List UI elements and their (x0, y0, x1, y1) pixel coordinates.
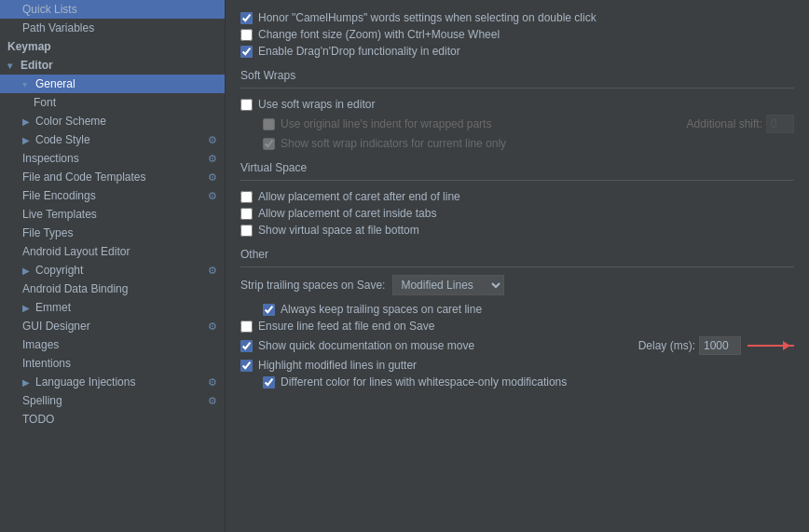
checkbox-row-use-soft-wraps: Use soft wraps in editor (240, 96, 794, 113)
original-indent-label: Use original line's indent for wrapped p… (281, 117, 491, 130)
sidebar-label: Emmet (35, 301, 71, 314)
sidebar-item-images[interactable]: Images (0, 335, 225, 354)
chevron-right-icon: ▶ (22, 303, 32, 313)
sidebar-label: File Types (22, 226, 73, 239)
chevron-down-icon: ▾ (7, 61, 17, 71)
honor-camel-checkbox[interactable] (240, 12, 253, 24)
enable-drag-label: Enable Drag'n'Drop functionality in edit… (258, 45, 460, 58)
sidebar-item-gui-designer[interactable]: GUI Designer ⚙ (0, 317, 225, 335)
sidebar-item-file-types[interactable]: File Types (0, 224, 225, 242)
sidebar-item-quick-lists[interactable]: Quick Lists (0, 0, 225, 19)
sidebar-item-font[interactable]: Font (0, 93, 225, 112)
checkbox-row-change-font: Change font size (Zoom) with Ctrl+Mouse … (240, 26, 794, 43)
honor-camel-label: Honor "CamelHumps" words settings when s… (258, 11, 596, 24)
sidebar-label: General (35, 77, 75, 90)
other-section: Other Strip trailing spaces on Save: Non… (240, 248, 794, 390)
checkbox-row-allow-caret-end: Allow placement of caret after end of li… (240, 188, 794, 205)
enable-drag-checkbox[interactable] (240, 46, 253, 58)
sidebar-item-general[interactable]: ▾ General (0, 75, 225, 93)
sidebar-item-file-encodings[interactable]: File Encodings ⚙ (0, 186, 225, 205)
sidebar-item-todo[interactable]: TODO (0, 410, 225, 429)
sidebar-item-intentions[interactable]: Intentions (0, 354, 225, 373)
keep-trailing-label: Always keep trailing spaces on caret lin… (281, 303, 482, 316)
sidebar-label: Editor (21, 59, 53, 72)
keep-trailing-checkbox[interactable] (263, 304, 275, 316)
sidebar-label: Quick Lists (22, 3, 77, 16)
sidebar-label: Language Injections (35, 375, 135, 389)
sidebar-label: Font (34, 96, 56, 109)
sidebar-item-inspections[interactable]: Inspections ⚙ (0, 149, 225, 168)
sidebar-label: Color Scheme (35, 115, 106, 128)
checkbox-row-original-indent: Use original line's indent for wrapped p… (263, 113, 794, 135)
sidebar-label: TODO (22, 413, 54, 426)
other-divider (240, 266, 794, 267)
checkbox-row-enable-drag: Enable Drag'n'Drop functionality in edit… (240, 43, 794, 60)
use-soft-wraps-checkbox[interactable] (240, 99, 253, 111)
sidebar-label: File and Code Templates (22, 171, 146, 184)
checkbox-row-allow-caret-tabs: Allow placement of caret inside tabs (240, 205, 794, 222)
sidebar-item-live-templates[interactable]: Live Templates (0, 205, 225, 224)
sidebar-label: Copyright (35, 264, 83, 277)
sidebar-item-android-layout-editor[interactable]: Android Layout Editor (0, 242, 225, 261)
sidebar-item-path-variables[interactable]: Path Variables (0, 19, 225, 37)
chevron-right-icon: ▶ (22, 266, 32, 276)
additional-shift-label: Additional shift: (687, 117, 762, 130)
delay-input[interactable] (699, 336, 741, 355)
allow-caret-end-checkbox[interactable] (240, 191, 253, 203)
sidebar-item-keymap[interactable]: Keymap (0, 37, 225, 56)
use-soft-wraps-label: Use soft wraps in editor (258, 98, 375, 111)
original-indent-checkbox[interactable] (263, 118, 275, 130)
additional-shift-input[interactable] (766, 115, 794, 133)
chevron-right-icon: ▶ (22, 377, 32, 388)
sidebar: Quick Lists Path Variables Keymap ▾ Edit… (0, 0, 226, 532)
sidebar-item-color-scheme[interactable]: ▶ Color Scheme (0, 112, 225, 130)
highlight-modified-label: Highlight modified lines in gutter (258, 359, 417, 372)
highlight-modified-checkbox[interactable] (240, 360, 253, 372)
sidebar-item-android-data-binding[interactable]: Android Data Binding (0, 280, 225, 298)
delay-input-wrapper (699, 336, 794, 355)
sidebar-label: Android Data Binding (22, 282, 128, 295)
soft-wraps-title: Soft Wraps (240, 69, 794, 82)
soft-wraps-divider (240, 88, 794, 89)
sidebar-label: Path Variables (22, 21, 94, 34)
change-font-checkbox[interactable] (240, 29, 253, 41)
sidebar-item-spelling[interactable]: Spelling ⚙ (0, 391, 225, 410)
sidebar-item-emmet[interactable]: ▶ Emmet (0, 298, 225, 317)
show-indicators-label: Show soft wrap indicators for current li… (281, 137, 506, 150)
show-virtual-space-checkbox[interactable] (240, 225, 253, 237)
virtual-space-section: Virtual Space Allow placement of caret a… (240, 161, 794, 239)
different-color-checkbox[interactable] (263, 376, 275, 389)
allow-caret-tabs-checkbox[interactable] (240, 208, 253, 220)
sidebar-item-code-style[interactable]: ▶ Code Style ⚙ (0, 130, 225, 149)
sidebar-item-file-and-code-templates[interactable]: File and Code Templates ⚙ (0, 168, 225, 186)
allow-caret-tabs-label: Allow placement of caret inside tabs (258, 207, 436, 220)
strip-dropdown[interactable]: None All Modified Lines (392, 275, 504, 295)
sidebar-label: Keymap (7, 40, 51, 53)
sidebar-label: GUI Designer (22, 320, 90, 333)
strip-trailing-row: Strip trailing spaces on Save: None All … (240, 275, 794, 295)
settings-icon: ⚙ (208, 171, 217, 184)
checkbox-row-show-quick-doc: Show quick documentation on mouse move D… (240, 334, 794, 357)
sidebar-label: Images (22, 338, 59, 351)
chevron-right-icon: ▾ (22, 79, 32, 89)
settings-icon: ⚙ (208, 395, 217, 407)
checkbox-row-show-indicators: Show soft wrap indicators for current li… (263, 135, 794, 152)
checkbox-row-highlight-modified: Highlight modified lines in gutter (240, 357, 794, 374)
arrow-indicator (745, 345, 794, 347)
sidebar-item-copyright[interactable]: ▶ Copyright ⚙ (0, 261, 225, 280)
sidebar-item-language-injections[interactable]: ▶ Language Injections ⚙ (0, 373, 225, 391)
checkbox-row-different-color: Different color for lines with whitespac… (263, 374, 794, 390)
sidebar-label: Spelling (22, 394, 62, 407)
soft-wraps-section: Soft Wraps Use soft wraps in editor Use … (240, 69, 794, 152)
show-quick-doc-checkbox[interactable] (240, 340, 253, 352)
checkbox-row-keep-trailing: Always keep trailing spaces on caret lin… (263, 301, 794, 318)
show-indicators-checkbox[interactable] (263, 138, 275, 150)
checkbox-row-show-virtual-space: Show virtual space at file bottom (240, 222, 794, 239)
ensure-line-feed-checkbox[interactable] (240, 321, 253, 333)
main-layout: Quick Lists Path Variables Keymap ▾ Edit… (0, 0, 809, 532)
change-font-label: Change font size (Zoom) with Ctrl+Mouse … (258, 28, 500, 41)
virtual-space-divider (240, 180, 794, 181)
show-virtual-space-label: Show virtual space at file bottom (258, 224, 419, 237)
sidebar-item-editor[interactable]: ▾ Editor (0, 56, 225, 75)
sidebar-label: Code Style (35, 133, 90, 146)
